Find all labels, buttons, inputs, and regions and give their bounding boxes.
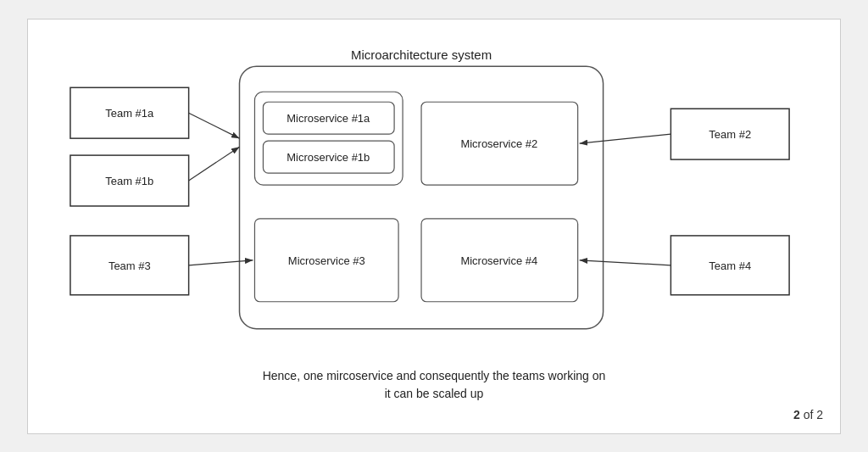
team1b-label: Team #1b bbox=[105, 175, 153, 187]
ms3-label: Microservice #3 bbox=[288, 254, 365, 266]
page-bold: 2 bbox=[793, 408, 800, 421]
ms1b-label: Microservice #1b bbox=[287, 151, 370, 164]
group-box-1 bbox=[254, 92, 403, 185]
caption-line2: it can be scaled up bbox=[45, 385, 823, 403]
team3-label: Team #3 bbox=[108, 259, 151, 271]
arrow-team4 bbox=[580, 259, 671, 265]
diagram-area: Microarchitecture system Microservice #1… bbox=[45, 36, 823, 359]
page-number: 2 of 2 bbox=[793, 408, 823, 421]
team2-label: Team #2 bbox=[709, 128, 751, 141]
ms4-label: Microservice #4 bbox=[460, 254, 537, 266]
caption: Hence, one mircoservice and consequently… bbox=[45, 367, 823, 403]
team1a-label: Team #1a bbox=[105, 107, 154, 120]
ms2-label: Microservice #2 bbox=[460, 137, 537, 150]
arrow-team1b bbox=[189, 147, 240, 181]
arrow-team1a bbox=[189, 113, 240, 138]
caption-line1: Hence, one mircoservice and consequently… bbox=[45, 367, 823, 385]
team4-label: Team #4 bbox=[709, 259, 751, 271]
system-title: Microarchitecture system bbox=[351, 47, 492, 62]
diagram-svg: Microarchitecture system Microservice #1… bbox=[45, 36, 823, 359]
slide: Microarchitecture system Microservice #1… bbox=[27, 19, 841, 434]
ms1a-label: Microservice #1a bbox=[287, 112, 370, 125]
page-rest: of 2 bbox=[800, 408, 823, 421]
arrow-team3 bbox=[189, 259, 253, 265]
arrow-team2 bbox=[580, 134, 671, 143]
